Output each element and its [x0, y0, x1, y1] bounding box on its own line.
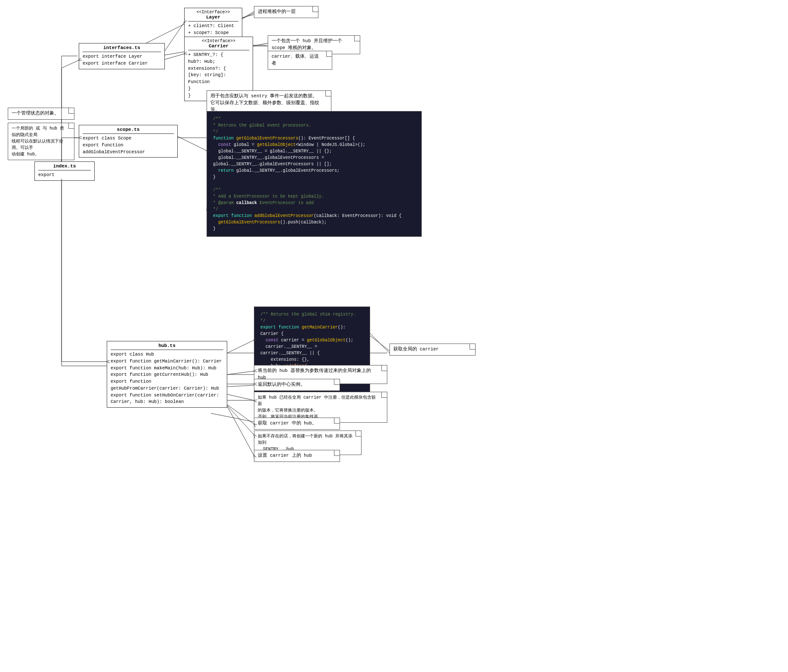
carrier-stereotype: <<Interface>> [188, 39, 249, 43]
interfaces-ts-item1: export interface Layer [83, 53, 161, 60]
svg-line-25 [165, 22, 184, 51]
set-hub-on-carrier-note2-text: 如果不存在的话，将创建一个新的 hub 并将其添加到__SENTRY__.hub… [258, 434, 352, 452]
scope-code-line5: return global.__SENTRY__.globalEventProc… [213, 167, 415, 174]
svg-line-29 [178, 136, 207, 151]
scope-note-text: 用于包含应默认与 sentry 事件一起发送的数据。它可以保存上下文数据、额外参… [210, 93, 319, 112]
svg-line-38 [227, 371, 254, 375]
scope-code-line2: const global = getGlobalObject<Window | … [213, 142, 415, 148]
make-main-note-text: 将当前的 hub 器替换为参数传递过来的全局对象上的 hub [258, 368, 371, 380]
scope-code-line6: } [213, 174, 415, 180]
layer-note: 进程堆栈中的一层 [254, 6, 318, 18]
index-note2: 一个局部的 或 与 hub 类似的隐式全局线程可以在默认认情况下使用。可以手动创… [8, 123, 74, 160]
scope-code-comment3: */ [213, 129, 415, 135]
interfaces-ts-box: interfaces.ts export interface Layer exp… [79, 43, 165, 69]
svg-line-43 [227, 406, 254, 455]
layer-note-text: 进程堆栈中的一层 [258, 9, 296, 14]
scope-code-comment7: */ [213, 206, 415, 213]
hub-ts-item2: export function getMainCarrier(): Carrie… [111, 358, 223, 365]
layer-title: Layer [188, 15, 238, 22]
get-current-hub-note-text: 返回默认的中心实例。 [258, 382, 305, 387]
scope-code-line1: function getGlobalEventProcessors(): Eve… [213, 135, 415, 142]
hub-code-line4: extensions: {}, [260, 356, 364, 363]
carrier-note1-text: 一个包含一个 hub 并且维护一个 scope 堆栈的对象。 [272, 38, 342, 50]
interfaces-ts-title: interfaces.ts [83, 45, 161, 52]
svg-line-18 [211, 413, 254, 422]
scope-ts-item1: export class Scope [83, 135, 174, 142]
svg-line-37 [370, 336, 389, 351]
layer-item1: + client?: Client [188, 23, 238, 30]
carrier-note2-text: carrier、载体、运送者 [272, 54, 319, 66]
set-hub-on-carrier-note3: 设置 carrier 上的 hub [254, 450, 340, 462]
carrier-title: Carrier [188, 43, 249, 50]
hub-code-line3: carrier.__SENTRY__ = carrier.__SENTRY__ … [260, 344, 364, 356]
scope-code-comment4: /** [213, 187, 415, 193]
get-current-hub-note: 返回默认的中心实例。 [254, 379, 340, 391]
get-main-carrier-note-text: 获取全局的 carrier [393, 347, 439, 352]
scope-code-block: /** * Retruns the global event processor… [207, 111, 422, 237]
carrier-item3: extensions?: { [188, 65, 249, 72]
hub-ts-item5: export function getHubFromCarrier(carrie… [111, 378, 223, 392]
get-main-carrier-note: 获取全局的 carrier [389, 344, 476, 356]
hub-code-line1: export function getMainCarrier(): Carrie… [260, 324, 364, 337]
carrier-note2: carrier、载体、运送者 [268, 51, 332, 70]
scope-code-comment1: /** [213, 116, 415, 122]
svg-line-26 [165, 54, 184, 59]
scope-code-line9: } [213, 226, 415, 232]
scope-code-line4: global.__SENTRY__.globalEventProcessors … [213, 155, 415, 167]
scope-ts-box: scope.ts export class Scope export funct… [79, 125, 178, 158]
svg-line-41 [227, 405, 254, 424]
set-hub-on-carrier-note1: 获取 carrier 中的 hub。 [254, 418, 340, 430]
index-note1: 一个管理状态的对象。 [8, 108, 74, 120]
svg-line-2 [241, 13, 254, 19]
svg-line-27 [242, 12, 254, 19]
scope-code-comment2: * Retruns the global event processors. [213, 122, 415, 129]
connector-lines [0, 0, 788, 672]
carrier-item2: hub?: Hub; [188, 59, 249, 65]
connector-lines-top [0, 0, 788, 672]
svg-line-40 [227, 394, 254, 400]
hub-ts-box: hub.ts export class Hub export function … [107, 341, 227, 408]
get-hub-from-carrier-note-text: 如果 hub 已经在全局 carrier 中注册，但是此模块包含较新的版本，它将… [258, 395, 376, 419]
index-ts-item1: export [38, 172, 91, 179]
svg-line-42 [227, 406, 254, 435]
hub-ts-item3: export function makeMain(hub: Hub): Hub [111, 365, 223, 372]
hub-ts-item4: export function getCurrentHub(): Hub [111, 372, 223, 378]
scope-code-comment6: * @param callback EventProcessor to add [213, 200, 415, 206]
carrier-item4: [key: string]: Function [188, 72, 249, 86]
layer-item2: + scope?: Scope [188, 30, 238, 37]
index-ts-title: index.ts [38, 164, 91, 170]
set-hub-on-carrier-note3-text: 设置 carrier 上的 hub [258, 453, 312, 458]
hub-code-line2: const carrier = getGlobalObject(); [260, 337, 364, 344]
scope-ts-title: scope.ts [83, 127, 174, 134]
svg-line-31 [62, 60, 79, 68]
layer-interface-box: <<Interface>> Layer + client?: Client + … [184, 8, 242, 39]
diagram: interfaces.ts export interface Layer exp… [0, 0, 788, 672]
scope-code-line3: global.__SENTRY__ = global.__SENTRY__ ||… [213, 148, 415, 155]
scope-code-comment5: * Add a EventProcessor to be kept global… [213, 193, 415, 200]
interfaces-ts-item2: export interface Carrier [83, 60, 161, 67]
svg-line-28 [253, 43, 268, 46]
scope-code-line7: export function addGlobalEventProcessor(… [213, 213, 415, 219]
scope-code-line8: getGlobalEventProcessors().push(callback… [213, 219, 415, 226]
scope-ts-item2: export function addGlobalEventProcessor [83, 142, 174, 156]
hub-code-comment1: /** Returns the global shim registry. */ [260, 311, 364, 324]
carrier-item1: + SENTRY_?: { [188, 52, 249, 59]
hub-ts-item6: export function setHubOnCarrier(carrier:… [111, 392, 223, 406]
hub-ts-item1: export class Hub [111, 351, 223, 358]
index-ts-box: index.ts export [34, 161, 95, 181]
hub-ts-title: hub.ts [111, 343, 223, 350]
layer-stereotype: <<Interface>> [188, 10, 238, 15]
set-hub-on-carrier-note1-text: 获取 carrier 中的 hub。 [258, 421, 317, 426]
index-note2-text: 一个局部的 或 与 hub 类似的隐式全局线程可以在默认认情况下使用。可以手动创… [12, 126, 64, 157]
index-note1-text: 一个管理状态的对象。 [12, 110, 65, 117]
svg-line-36 [227, 340, 254, 353]
